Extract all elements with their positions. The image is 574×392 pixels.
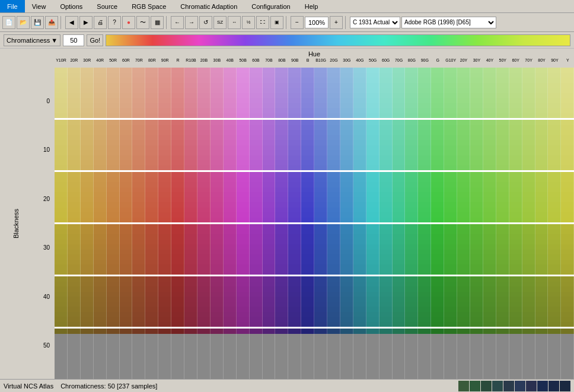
- color-cell[interactable]: [393, 317, 406, 322]
- color-cell[interactable]: [353, 339, 366, 344]
- color-cell[interactable]: [197, 155, 211, 161]
- color-cell[interactable]: [145, 307, 158, 312]
- color-cell[interactable]: [366, 329, 380, 334]
- color-cell[interactable]: [340, 197, 353, 203]
- color-cell[interactable]: [457, 369, 470, 374]
- color-cell[interactable]: [535, 359, 549, 364]
- color-cell[interactable]: [158, 160, 171, 165]
- color-cell[interactable]: [211, 364, 224, 369]
- color-cell[interactable]: [496, 187, 509, 193]
- color-cell[interactable]: [522, 160, 535, 165]
- color-cell[interactable]: [263, 317, 276, 322]
- color-cell[interactable]: [380, 150, 393, 155]
- color-cell[interactable]: [340, 224, 353, 230]
- color-cell[interactable]: [275, 98, 288, 103]
- color-cell[interactable]: [145, 264, 158, 270]
- color-cell[interactable]: [81, 354, 94, 359]
- color-cell[interactable]: [120, 339, 133, 344]
- color-cell[interactable]: [509, 334, 522, 339]
- color-cell[interactable]: [94, 165, 107, 171]
- color-cell[interactable]: [197, 307, 211, 312]
- color-cell[interactable]: [120, 165, 133, 171]
- menu-source[interactable]: Source: [90, 0, 125, 12]
- color-cell[interactable]: [250, 73, 263, 78]
- color-cell[interactable]: [158, 202, 171, 208]
- color-cell[interactable]: [275, 276, 288, 282]
- color-cell[interactable]: [509, 145, 522, 151]
- color-cell[interactable]: [263, 264, 276, 270]
- color-cell[interactable]: [288, 88, 301, 93]
- color-cell[interactable]: [405, 286, 418, 292]
- color-cell[interactable]: [224, 165, 237, 171]
- color-cell[interactable]: [496, 260, 509, 265]
- color-cell[interactable]: [301, 108, 314, 113]
- color-cell[interactable]: [314, 349, 327, 354]
- color-cell[interactable]: [509, 93, 522, 98]
- color-cell[interactable]: [327, 145, 340, 151]
- color-cell[interactable]: [263, 292, 276, 297]
- color-cell[interactable]: [68, 276, 81, 282]
- color-cell[interactable]: [327, 254, 340, 260]
- color-cell[interactable]: [353, 202, 366, 208]
- color-cell[interactable]: [237, 240, 250, 245]
- color-cell[interactable]: [145, 113, 158, 119]
- color-cell[interactable]: [327, 354, 340, 359]
- color-cell[interactable]: [353, 254, 366, 260]
- color-cell[interactable]: [327, 264, 340, 270]
- color-cell[interactable]: [366, 302, 380, 307]
- color-cell[interactable]: [340, 103, 353, 109]
- color-cell[interactable]: [496, 240, 509, 245]
- color-cell[interactable]: [145, 344, 158, 349]
- color-cell[interactable]: [457, 125, 470, 130]
- color-cell[interactable]: [522, 197, 535, 203]
- menu-rgb-space[interactable]: RGB Space: [125, 0, 173, 12]
- color-cell[interactable]: [340, 130, 353, 135]
- color-cell[interactable]: [301, 307, 314, 312]
- color-cell[interactable]: [120, 270, 133, 275]
- color-cell[interactable]: [132, 88, 145, 93]
- color-cell[interactable]: [224, 339, 237, 344]
- color-cell[interactable]: [483, 354, 496, 359]
- color-cell[interactable]: [496, 160, 509, 165]
- color-cell[interactable]: [184, 224, 197, 230]
- color-cell[interactable]: [237, 224, 250, 230]
- color-cell[interactable]: [158, 93, 171, 98]
- color-cell[interactable]: [158, 145, 171, 151]
- color-cell[interactable]: [301, 93, 314, 98]
- color-cell[interactable]: [158, 276, 171, 282]
- color-cell[interactable]: [353, 297, 366, 302]
- color-cell[interactable]: [211, 150, 224, 155]
- color-cell[interactable]: [301, 212, 314, 218]
- color-cell[interactable]: [68, 317, 81, 322]
- color-cell[interactable]: [470, 125, 483, 130]
- color-cell[interactable]: [211, 120, 224, 125]
- color-cell[interactable]: [301, 150, 314, 155]
- color-cell[interactable]: [470, 286, 483, 292]
- color-cell[interactable]: [418, 276, 431, 282]
- color-cell[interactable]: [522, 208, 535, 213]
- color-cell[interactable]: [197, 260, 211, 265]
- color-cell[interactable]: [81, 98, 94, 103]
- color-cell[interactable]: [535, 264, 549, 270]
- color-cell[interactable]: [171, 312, 184, 317]
- color-cell[interactable]: [353, 88, 366, 93]
- color-cell[interactable]: [81, 374, 94, 380]
- color-cell[interactable]: [444, 254, 457, 260]
- color-cell[interactable]: [444, 302, 457, 307]
- color-cell[interactable]: [444, 240, 457, 245]
- left-arrow-button[interactable]: ←: [171, 16, 184, 29]
- color-cell[interactable]: [366, 212, 380, 218]
- color-cell[interactable]: [483, 218, 496, 223]
- color-cell[interactable]: [418, 322, 431, 327]
- color-cell[interactable]: [380, 270, 393, 275]
- color-cell[interactable]: [224, 286, 237, 292]
- color-cell[interactable]: [197, 359, 211, 364]
- color-cell[interactable]: [561, 73, 574, 78]
- color-cell[interactable]: [250, 339, 263, 344]
- color-cell[interactable]: [94, 349, 107, 354]
- color-cell[interactable]: [184, 68, 197, 73]
- color-cell[interactable]: [171, 264, 184, 270]
- color-cell[interactable]: [535, 339, 549, 344]
- color-cell[interactable]: [444, 182, 457, 187]
- color-cell[interactable]: [405, 125, 418, 130]
